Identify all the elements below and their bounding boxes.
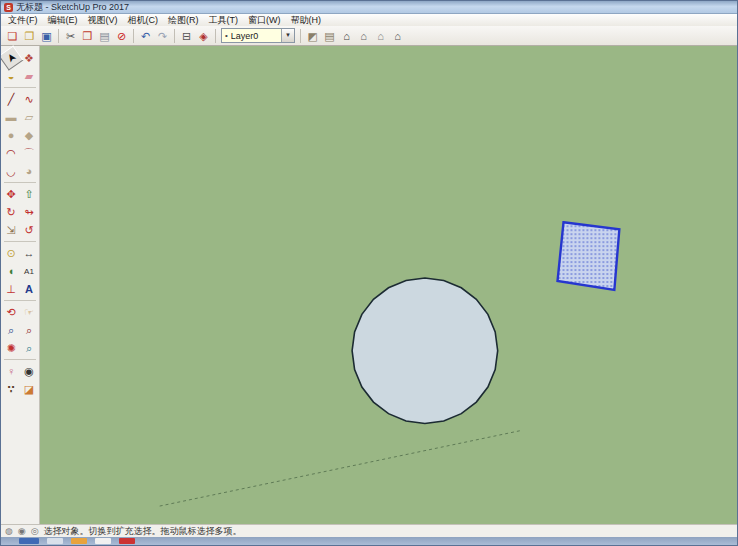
menu-edit[interactable]: 编辑(E)	[43, 14, 83, 27]
undo-icon[interactable]: ↶	[137, 27, 154, 44]
offset-tool[interactable]: ↺	[20, 221, 38, 239]
toolbar-separator	[300, 29, 301, 43]
protractor-tool[interactable]: ◖	[2, 262, 20, 280]
dimension-tool[interactable]: ↔	[20, 244, 38, 262]
edit-button-group: ✂❒▤⊘	[62, 27, 130, 44]
status-bar: ◍◉◎ 选择对象。切换到扩充选择。拖动鼠标选择多项。	[1, 524, 737, 537]
iso-view-icon[interactable]: ◩	[304, 27, 321, 44]
history-button-group: ↶↷	[137, 27, 171, 44]
geolocation-icon[interactable]: ◍	[5, 525, 13, 537]
task-item-4[interactable]	[119, 538, 135, 544]
palette-separator	[2, 239, 38, 244]
view-button-group: ◩▤⌂⌂⌂⌂	[304, 27, 406, 44]
toolbar-separator	[58, 29, 59, 43]
right-view-icon[interactable]: ⌂	[355, 27, 372, 44]
menu-view[interactable]: 视图(V)	[83, 14, 123, 27]
arc-tool[interactable]: ◠	[2, 144, 20, 162]
menu-file[interactable]: 文件(F)	[3, 14, 43, 27]
paste-icon[interactable]: ▤	[96, 27, 113, 44]
selected-rectangle-face[interactable]	[558, 222, 620, 290]
menu-tools[interactable]: 工具(T)	[204, 14, 244, 27]
menu-camera[interactable]: 相机(C)	[123, 14, 164, 27]
front-view-icon[interactable]: ⌂	[338, 27, 355, 44]
left-view-icon[interactable]: ⌂	[389, 27, 406, 44]
zoom-previous-tool[interactable]: ⌕	[20, 339, 38, 357]
file-button-group: ❏❐▣	[4, 27, 55, 44]
menu-bar: 文件(F)编辑(E)视图(V)相机(C)绘图(R)工具(T)窗口(W)帮助(H)	[1, 14, 737, 26]
move-tool[interactable]: ✥	[2, 185, 20, 203]
toolbar-separator	[215, 29, 216, 43]
cut-icon[interactable]: ✂	[62, 27, 79, 44]
tape-measure-tool[interactable]: ⊙	[2, 244, 20, 262]
palette-separator	[2, 357, 38, 362]
main-area: ➤❖◒▰╱∿▬▱●◆◠⌒◡◕✥⇧↻↬⇲↺⊙↔◖A1⊥A⟲☞⌕⌕✺⌕♀◉∵◪	[1, 46, 737, 524]
pie-tool[interactable]: ◕	[20, 162, 38, 180]
tool-palette: ➤❖◒▰╱∿▬▱●◆◠⌒◡◕✥⇧↻↬⇲↺⊙↔◖A1⊥A⟲☞⌕⌕✺⌕♀◉∵◪	[1, 46, 40, 524]
menu-draw[interactable]: 绘图(R)	[163, 14, 204, 27]
line-tool[interactable]: ╱	[2, 90, 20, 108]
layer-indicator: •	[222, 31, 231, 40]
redo-icon[interactable]: ↷	[154, 27, 171, 44]
axis-dashed-line[interactable]	[160, 430, 522, 506]
push-pull-tool[interactable]: ⇧	[20, 185, 38, 203]
layer-dropdown[interactable]: • Layer0 ▼	[221, 28, 295, 43]
new-icon[interactable]: ❏	[4, 27, 21, 44]
top-view-icon[interactable]: ▤	[321, 27, 338, 44]
task-item-3[interactable]	[95, 538, 111, 544]
two-point-arc-tool[interactable]: ⌒	[20, 144, 38, 162]
toolbar-separator	[133, 29, 134, 43]
section-plane-tool[interactable]: ◪	[20, 380, 38, 398]
freehand-tool[interactable]: ∿	[20, 90, 38, 108]
zoom-extents-tool[interactable]: ✺	[2, 339, 20, 357]
walk-tool[interactable]: ∵	[2, 380, 20, 398]
rotated-rectangle-tool[interactable]: ▱	[20, 108, 38, 126]
title-bar[interactable]: S 无标题 - SketchUp Pro 2017	[1, 1, 737, 14]
window-title: 无标题 - SketchUp Pro 2017	[16, 1, 129, 14]
sketchup-window: S 无标题 - SketchUp Pro 2017 文件(F)编辑(E)视图(V…	[0, 0, 738, 546]
follow-me-tool[interactable]: ↬	[20, 203, 38, 221]
make-component-tool[interactable]: ❖	[20, 49, 38, 67]
paint-bucket-tool[interactable]: ◒	[2, 67, 20, 85]
menu-help[interactable]: 帮助(H)	[286, 14, 327, 27]
status-message: 选择对象。切换到扩充选择。拖动鼠标选择多项。	[44, 525, 242, 538]
rotate-tool[interactable]: ↻	[2, 203, 20, 221]
menu-window[interactable]: 窗口(W)	[243, 14, 286, 27]
print-icon[interactable]: ⊟	[178, 27, 195, 44]
palette-separator	[2, 85, 38, 90]
copy-icon[interactable]: ❒	[79, 27, 96, 44]
orbit-tool[interactable]: ⟲	[2, 303, 20, 321]
layer-dropdown-value: Layer0	[231, 31, 281, 41]
look-around-tool[interactable]: ◉	[20, 362, 38, 380]
circle-face[interactable]	[352, 278, 498, 423]
main-toolbar: ❏❐▣ ✂❒▤⊘ ↶↷ ⊟◈ • Layer0 ▼ ◩▤⌂⌂⌂⌂	[1, 26, 737, 46]
zoom-window-tool[interactable]: ⌕	[20, 321, 38, 339]
three-point-arc-tool[interactable]: ◡	[2, 162, 20, 180]
credit-icon[interactable]: ◉	[18, 525, 26, 537]
windows-taskbar[interactable]	[1, 537, 737, 545]
three-d-text-tool[interactable]: A	[20, 280, 38, 298]
scale-tool[interactable]: ⇲	[2, 221, 20, 239]
output-button-group: ⊟◈	[178, 27, 212, 44]
axes-tool[interactable]: ⊥	[2, 280, 20, 298]
task-item-2[interactable]	[71, 538, 87, 544]
zoom-tool[interactable]: ⌕	[2, 321, 20, 339]
start-orb[interactable]	[19, 538, 39, 544]
chevron-down-icon[interactable]: ▼	[281, 29, 294, 42]
open-icon[interactable]: ❐	[21, 27, 38, 44]
polygon-tool[interactable]: ◆	[20, 126, 38, 144]
position-camera-tool[interactable]: ♀	[2, 362, 20, 380]
back-view-icon[interactable]: ⌂	[372, 27, 389, 44]
model-info-icon[interactable]: ◈	[195, 27, 212, 44]
palette-separator	[2, 180, 38, 185]
text-tool[interactable]: A1	[20, 262, 38, 280]
eraser-tool[interactable]: ▰	[20, 67, 38, 85]
help-icon[interactable]: ◎	[31, 525, 39, 537]
circle-tool[interactable]: ●	[2, 126, 20, 144]
task-item-1[interactable]	[47, 538, 63, 544]
drawing-canvas[interactable]	[40, 46, 737, 524]
rectangle-tool[interactable]: ▬	[2, 108, 20, 126]
delete-icon[interactable]: ⊘	[113, 27, 130, 44]
pan-tool[interactable]: ☞	[20, 303, 38, 321]
toolbar-separator	[174, 29, 175, 43]
save-icon[interactable]: ▣	[38, 27, 55, 44]
